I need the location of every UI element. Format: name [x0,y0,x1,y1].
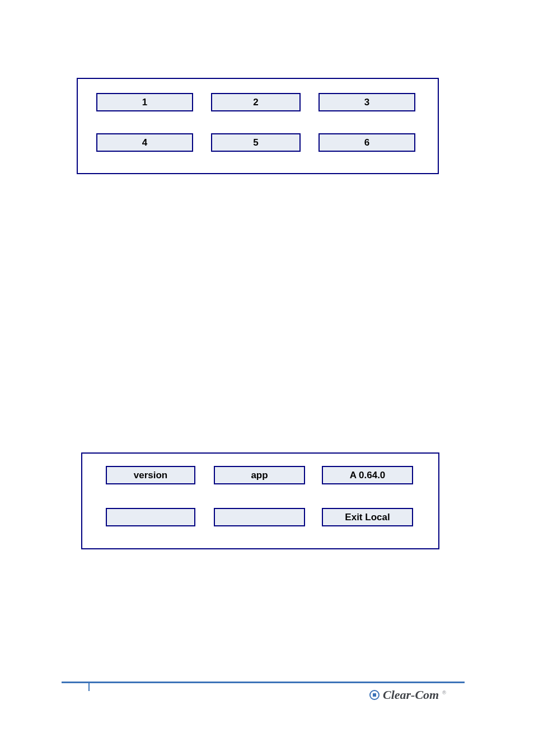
softkey-1[interactable]: 1 [96,93,193,111]
softkey-label: 2 [253,97,258,108]
softkey-label: 5 [253,137,258,148]
field-blank-1 [106,508,195,526]
brand-logo-icon [369,690,380,700]
softkey-label: 4 [142,137,147,148]
cell-text: app [251,470,268,481]
softkey-label: 3 [364,97,369,108]
field-blank-2 [214,508,305,526]
field-version-label: version [106,466,195,484]
softkey-3[interactable]: 3 [318,93,415,111]
softkey-label: 1 [142,97,147,108]
footer-rule [62,682,465,683]
exit-local-button[interactable]: Exit Local [322,508,413,526]
field-app-label: app [214,466,305,484]
footer-tick [88,683,90,691]
brand: Clear-Com ® [369,688,446,702]
registered-mark: ® [442,690,446,696]
softkey-label: 6 [364,137,369,148]
display-panel-bottom: version app A 0.64.0 Exit Local [81,452,439,549]
softkey-6[interactable]: 6 [318,133,415,152]
cell-text: A 0.64.0 [350,470,386,481]
softkey-4[interactable]: 4 [96,133,193,152]
brand-text: Clear-Com [383,688,439,702]
page: 1 2 3 4 5 6 version app A 0.64.0 Exit Lo… [0,0,534,756]
field-version-value: A 0.64.0 [322,466,413,484]
cell-text: Exit Local [345,512,390,523]
cell-text: version [134,470,167,481]
softkey-2[interactable]: 2 [211,93,301,111]
softkey-5[interactable]: 5 [211,133,301,152]
display-panel-top: 1 2 3 4 5 6 [77,78,439,174]
